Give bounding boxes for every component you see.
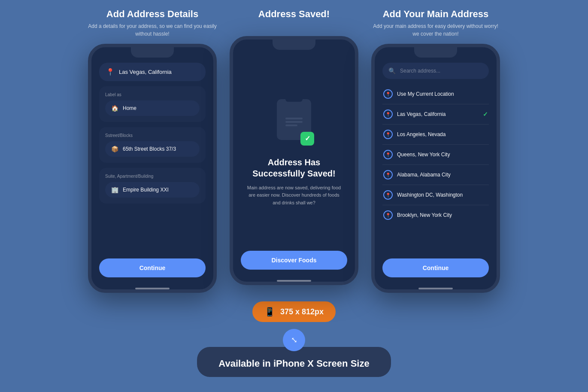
address-text-0: Las Vegas, California [397,111,479,117]
phone1-title: Add Address Details [106,9,198,20]
phone1-content: 📍 Las Vegas, California Label as 🏠 Home … [91,47,213,284]
home-input[interactable]: 🏠 Home [105,100,200,116]
current-location-text: Use My Current Location [397,91,488,97]
address-item-2[interactable]: 📍 Queens, New York City [382,145,489,165]
phone3-notch [414,47,457,58]
suite-section: Suite, Apartment/Building 🏢 Empire Build… [99,168,206,204]
home-icon: 🏠 [111,105,118,112]
phone3-subtitle: Add your main address for easy delivery … [371,22,500,38]
phones-row: Add Address Details Add a details for yo… [0,9,588,293]
phone2-notch [273,40,315,50]
clipboard-lines [285,118,303,126]
address-text-5: Brooklyn, New York City [397,212,488,218]
phone2-title: Address Saved! [258,9,330,20]
check-badge-icon: ✓ [300,132,314,146]
clipboard-line1 [285,118,303,119]
size-badge: 📱 375 x 812px [252,301,336,322]
current-location-item[interactable]: 📍 Use My Current Location [382,84,489,104]
phone1-home-bar [135,288,170,289]
street-input[interactable]: 📦 65th Street Blocks 37/3 [105,141,200,157]
screen1-continue-button[interactable]: Continue [99,258,206,277]
phone3-home-bar [418,288,453,289]
phone2-frame: ✓ Address Has Successfully Saved! Main a… [230,36,358,285]
current-location-pin-icon: 📍 [383,89,393,99]
address-item-3[interactable]: 📍 Alabama, Alabama City [382,165,489,185]
address-item-4[interactable]: 📍 Washington DC, Washington [382,185,489,205]
address-pin-icon-1: 📍 [383,130,393,139]
home-value: Home [123,105,136,111]
phone1-container: Add Address Details Add a details for yo… [88,9,217,293]
address-pin-icon-4: 📍 [383,190,393,200]
bottom-section: 📱 375 x 812px ⤡ Available in iPhone X Sc… [197,301,391,377]
suite-label: Suite, Apartment/Building [105,174,200,179]
address-pin-icon-5: 📍 [383,210,393,220]
clipboard-line3 [285,125,297,126]
address-pin-icon-0: 📍 [383,109,393,119]
address-list: 📍 Use My Current Location 📍 Las Vegas, C… [382,84,489,255]
location-row[interactable]: 📍 Las Vegas, California [99,63,206,81]
screen3-continue-button[interactable]: Continue [382,258,489,277]
discover-foods-button[interactable]: Discover Foods [241,251,347,270]
address-text-3: Alabama, Alabama City [397,172,488,178]
location-value: Las Vegas, California [119,69,172,75]
phone2-container: Address Saved! placeholder [230,9,358,285]
street-icon: 📦 [111,146,118,152]
phone3-container: Add Your Main Address Add your main addr… [371,9,500,293]
label-section: Label as 🏠 Home [99,86,206,122]
location-pin-icon: 📍 [106,68,115,76]
clipboard-top [285,97,303,102]
address-item-5[interactable]: 📍 Brooklyn, New York City [382,205,489,225]
address-text-1: Los Angeles, Nevada [397,131,488,137]
selected-checkmark-0: ✓ [483,111,488,118]
success-title: Address Has Successfully Saved! [241,157,347,179]
phone1-notch [131,47,174,58]
suite-value: Empire Building XXI [123,187,169,193]
address-item-0[interactable]: 📍 Las Vegas, California ✓ [382,104,489,125]
iphone-badge-wrap: ⤡ Available in iPhone X Screen Size [197,329,391,377]
street-value: 65th Street Blocks 37/3 [123,146,176,152]
search-bar[interactable]: 🔍 Search address... [382,63,489,79]
label-as-label: Label as [105,92,200,97]
address-pin-icon-2: 📍 [383,150,393,159]
address-text-2: Queens, New York City [397,152,488,158]
address-text-4: Washington DC, Washington [397,192,488,198]
phone2-content: ✓ Address Has Successfully Saved! Main a… [233,40,355,277]
scale-icon-circle: ⤡ [283,329,305,351]
phone3-frame: 🔍 Search address... 📍 Use My Current Loc… [371,44,500,293]
phone1-frame: 📍 Las Vegas, California Label as 🏠 Home … [88,44,217,293]
clipboard-line2 [285,121,303,123]
phone-size-icon: 📱 [264,307,275,317]
building-icon: 🏢 [111,186,118,193]
phone2-home-bar [277,280,311,282]
search-icon: 🔍 [388,67,396,74]
size-label: 375 x 812px [280,307,324,316]
scale-icon: ⤡ [291,335,297,345]
phone1-subtitle: Add a details for your address, so we ca… [88,22,217,38]
success-content: ✓ Address Has Successfully Saved! Main a… [241,55,347,251]
success-icon-wrap: ✓ [270,99,318,146]
phone3-title: Add Your Main Address [383,9,489,20]
iphone-label: Available in iPhone X Screen Size [197,347,391,377]
suite-input[interactable]: 🏢 Empire Building XXI [105,182,200,198]
success-desc: Main address are now saved, delivering f… [247,184,341,207]
search-placeholder: Search address... [400,68,440,74]
street-label: Sstreet/Blocks [105,133,200,138]
address-item-1[interactable]: 📍 Los Angeles, Nevada [382,125,489,145]
street-section: Sstreet/Blocks 📦 65th Street Blocks 37/3 [99,127,206,163]
address-pin-icon-3: 📍 [383,170,393,179]
phone3-content: 🔍 Search address... 📍 Use My Current Loc… [375,47,497,284]
